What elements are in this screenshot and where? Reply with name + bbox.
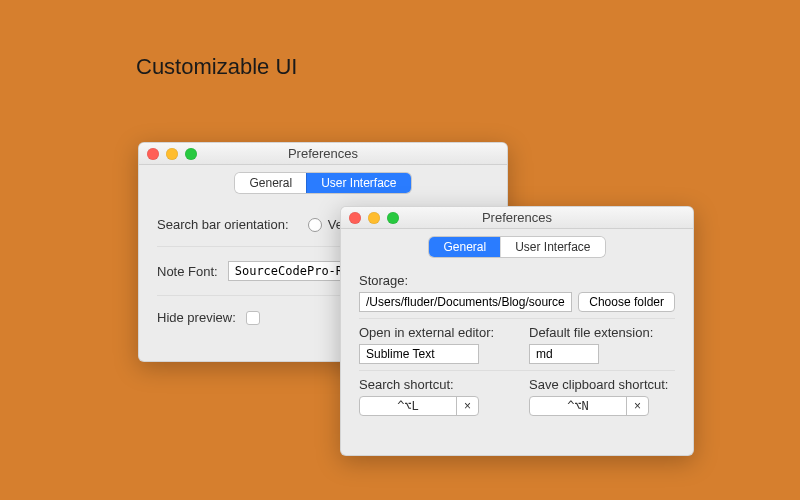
search-shortcut-value: ^⌥L — [360, 397, 456, 415]
choose-folder-button[interactable]: Choose folder — [578, 292, 675, 312]
close-icon[interactable] — [349, 212, 361, 224]
page-title: Customizable UI — [136, 54, 297, 80]
tab-segmented-control: General User Interface — [429, 237, 604, 257]
window-title: Preferences — [482, 210, 552, 225]
window-title: Preferences — [288, 146, 358, 161]
tab-user-interface[interactable]: User Interface — [306, 173, 410, 193]
hide-preview-label: Hide preview: — [157, 310, 236, 325]
save-shortcut-label: Save clipboard shortcut: — [529, 377, 675, 392]
traffic-lights — [349, 212, 399, 224]
clear-shortcut-button[interactable]: × — [456, 397, 478, 415]
preferences-window-general: Preferences General User Interface Stora… — [340, 206, 694, 456]
storage-field[interactable] — [359, 292, 572, 312]
open-external-label: Open in external editor: — [359, 325, 505, 340]
divider — [359, 370, 675, 371]
storage-label: Storage: — [359, 273, 675, 288]
zoom-icon[interactable] — [387, 212, 399, 224]
search-shortcut-box[interactable]: ^⌥L × — [359, 396, 479, 416]
search-orientation-label: Search bar orientation: — [157, 217, 289, 232]
traffic-lights — [147, 148, 197, 160]
save-shortcut-value: ^⌥N — [530, 397, 626, 415]
clear-shortcut-button[interactable]: × — [626, 397, 648, 415]
hide-preview-checkbox[interactable] — [246, 311, 260, 325]
tabbar: General User Interface — [139, 165, 507, 201]
search-shortcut-label: Search shortcut: — [359, 377, 505, 392]
default-ext-label: Default file extension: — [529, 325, 675, 340]
open-external-field[interactable] — [359, 344, 479, 364]
shortcuts-row: Search shortcut: ^⌥L × Save clipboard sh… — [359, 377, 675, 416]
editor-ext-row: Open in external editor: Default file ex… — [359, 325, 675, 364]
tab-general[interactable]: General — [429, 237, 500, 257]
window-body: Storage: Choose folder Open in external … — [341, 265, 693, 432]
close-icon[interactable] — [147, 148, 159, 160]
divider — [359, 318, 675, 319]
default-ext-field[interactable] — [529, 344, 599, 364]
minimize-icon[interactable] — [368, 212, 380, 224]
radio-button-icon — [308, 218, 322, 232]
note-font-label: Note Font: — [157, 264, 218, 279]
tab-segmented-control: General User Interface — [235, 173, 410, 193]
zoom-icon[interactable] — [185, 148, 197, 160]
tabbar: General User Interface — [341, 229, 693, 265]
tab-general[interactable]: General — [235, 173, 306, 193]
titlebar: Preferences — [341, 207, 693, 229]
titlebar: Preferences — [139, 143, 507, 165]
minimize-icon[interactable] — [166, 148, 178, 160]
save-shortcut-box[interactable]: ^⌥N × — [529, 396, 649, 416]
tab-user-interface[interactable]: User Interface — [500, 237, 604, 257]
